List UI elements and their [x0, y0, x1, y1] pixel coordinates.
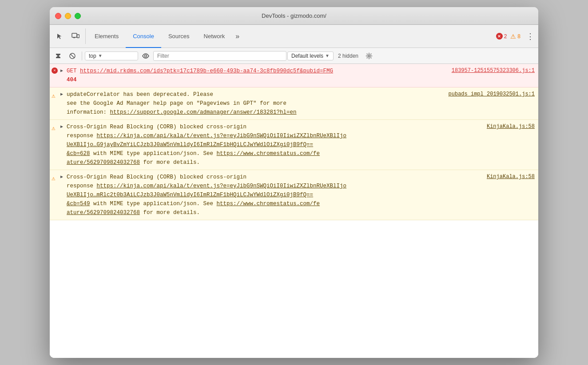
error-circle-icon: ✕: [496, 33, 503, 40]
tab-sources[interactable]: Sources: [161, 25, 197, 48]
corb1-text-1: Cross-Origin Read Blocking (CORB) blocke…: [67, 124, 246, 130]
expand-toggle[interactable]: ▶: [60, 67, 67, 75]
corb2-text-4: for more details.: [143, 210, 200, 216]
tab-network[interactable]: Network: [197, 25, 232, 48]
tab-elements[interactable]: Elements: [87, 25, 126, 48]
error-circle-icon: ✕: [52, 67, 58, 74]
tab-console[interactable]: Console: [126, 25, 161, 48]
error-source-file[interactable]: 183957-12515575323306.js:1: [452, 67, 535, 75]
responsive-icon-btn[interactable]: [68, 25, 83, 48]
cursor-icon-btn[interactable]: [52, 25, 68, 48]
maximize-button[interactable]: [75, 13, 81, 19]
warn-source-1[interactable]: pubads_impl_2019032501.js:1: [449, 90, 535, 99]
block-icon-btn[interactable]: [66, 50, 79, 62]
window-title: DevTools - gizmodo.com/: [262, 12, 326, 19]
error-icon: ✕: [52, 67, 60, 74]
levels-dropdown-btn[interactable]: Default levels ▼: [287, 52, 334, 60]
svg-rect-0: [72, 33, 77, 37]
context-selector[interactable]: top ▼: [85, 52, 138, 60]
corb2-text-3: with MIME type application/json. See: [93, 201, 217, 207]
warning-triangle-icon-3: ⚠: [52, 174, 55, 183]
tab-errors-area: ✕ 2 ⚠ 8: [496, 25, 524, 48]
tab-separator-1: [85, 28, 86, 44]
warning-icon: ⚠: [52, 90, 60, 101]
warn-corb2-content: KinjaKala.js:58 Cross-Origin Read Blocki…: [67, 173, 535, 217]
svg-point-6: [145, 55, 147, 57]
warning-icon-2: ⚠: [52, 123, 60, 133]
corb2-text-2: response: [67, 183, 97, 189]
console-entry-warn-correlator: ⚠ ▶ pubads_impl_2019032501.js:1 updateCo…: [50, 87, 538, 120]
settings-gear-btn[interactable]: [363, 50, 375, 62]
expand-toggle-2[interactable]: ▶: [60, 90, 67, 98]
console-entry-warn-corb-1: ⚠ ▶ KinjaKala.js:58 Cross-Origin Read Bl…: [50, 120, 538, 170]
clear-console-button[interactable]: [52, 50, 65, 62]
levels-arrow-icon: ▼: [325, 53, 330, 58]
console-content: ✕ ▶ GET https://mid.rkdms.com/ids?ptk=17…: [50, 64, 538, 358]
warn-text-2: see the Google Ad Manager help page on "…: [67, 100, 286, 107]
close-button[interactable]: [55, 13, 61, 19]
expand-toggle-3[interactable]: ▶: [60, 123, 67, 131]
console-entry-error-get: ✕ ▶ GET https://mid.rkdms.com/ids?ptk=17…: [50, 64, 538, 87]
warning-icon-3: ⚠: [52, 173, 60, 183]
warn-correlator-content: pubads_impl_2019032501.js:1 updateCorrel…: [67, 90, 535, 117]
hidden-count: 2 hidden: [334, 53, 362, 59]
warn-source-3[interactable]: KinjaKala.js:58: [487, 173, 535, 181]
toolbar-sep-1: [82, 52, 82, 60]
corb1-text-3: with MIME type application/json. See: [93, 151, 217, 157]
context-arrow-icon: ▼: [98, 53, 103, 58]
tabs-bar: Elements Console Sources Network » ✕ 2 ⚠: [50, 25, 538, 48]
filter-input[interactable]: [153, 51, 286, 61]
warn-corb1-content: KinjaKala.js:58 Cross-Origin Read Blocki…: [67, 123, 535, 167]
warn-text-1: updateCorrelator has been deprecated. Pl…: [67, 91, 213, 98]
warning-triangle-icon-2: ⚠: [52, 123, 55, 133]
devtools-window: DevTools - gizmodo.com/ Elements: [50, 7, 538, 358]
expand-toggle-4[interactable]: ▶: [60, 173, 67, 181]
more-tabs-button[interactable]: »: [232, 25, 243, 48]
warning-count-badge[interactable]: ⚠ 8: [510, 33, 520, 40]
svg-point-7: [368, 55, 370, 57]
console-entry-warn-corb-2: ⚠ ▶ KinjaKala.js:58 Cross-Origin Read Bl…: [50, 170, 538, 220]
minimize-button[interactable]: [65, 13, 71, 19]
kebab-menu-button[interactable]: ⋮: [524, 25, 536, 48]
error-method: GET: [67, 68, 80, 74]
warning-triangle-icon: ⚠: [510, 33, 516, 40]
traffic-lights: [55, 13, 81, 19]
devtools-container: Elements Console Sources Network » ✕ 2 ⚠: [50, 25, 538, 358]
error-count-badge[interactable]: ✕ 2: [496, 33, 507, 40]
warning-triangle-icon: ⚠: [52, 91, 55, 101]
error-status-code: 404: [67, 77, 77, 83]
corb1-text-2: response: [67, 133, 97, 139]
warn-url-1[interactable]: https://support.google.com/admanager/ans…: [110, 109, 297, 115]
corb1-text-4: for more details.: [143, 159, 200, 166]
error-entry-content: GET https://mid.rkdms.com/ids?ptk=17c178…: [67, 67, 535, 84]
warn-text-3: information:: [67, 109, 110, 115]
eye-icon-btn[interactable]: [139, 50, 152, 62]
corb2-text-1: Cross-Origin Read Blocking (CORB) blocke…: [67, 174, 246, 180]
warn-source-2[interactable]: KinjaKala.js:58: [487, 123, 535, 131]
title-bar: DevTools - gizmodo.com/: [50, 7, 538, 25]
error-url[interactable]: https://mid.rkdms.com/ids?ptk=17c1789b-e…: [80, 68, 333, 74]
console-toolbar: top ▼ Default levels ▼ 2 hidden: [50, 48, 538, 64]
svg-rect-1: [77, 35, 79, 38]
svg-marker-3: [56, 54, 60, 58]
svg-line-5: [71, 54, 75, 58]
